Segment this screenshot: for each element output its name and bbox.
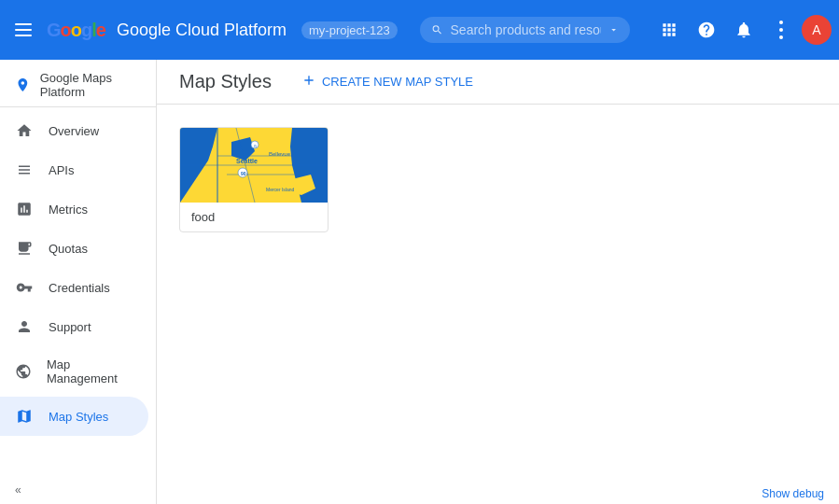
map-preview-svg: Seattle Bellevue Mercer Island 90 I5 [180,128,329,203]
sidebar-item-overview[interactable]: Overview [0,111,148,150]
svg-text:90: 90 [241,171,246,176]
plus-icon [301,73,316,91]
credentials-icon [15,279,34,296]
debug-bar[interactable]: Show debug [747,483,839,504]
map-styles-icon [15,408,34,425]
maps-logo-icon [15,76,31,94]
search-dropdown-icon[interactable] [608,23,619,36]
page-header: Map Styles CREATE NEW MAP STYLE [157,60,839,105]
sidebar-item-support-label: Support [49,320,91,334]
topbar-actions: A [652,13,832,47]
app-name: Google Cloud Platform [117,21,287,40]
svg-text:Seattle: Seattle [236,158,258,164]
create-button-label: CREATE NEW MAP STYLE [322,75,473,89]
sidebar-item-map-styles-label: Map Styles [49,410,108,424]
overview-icon [15,122,34,139]
google-wordmark: Google [47,20,105,41]
sidebar-item-map-management[interactable]: Map Management [0,346,148,397]
sidebar-item-apis-label: APIs [49,163,74,177]
help-icon[interactable] [690,13,723,47]
search-input[interactable] [451,22,601,37]
sidebar-item-overview-label: Overview [49,124,99,138]
svg-rect-2 [15,35,32,36]
apps-icon[interactable] [652,13,686,47]
svg-point-3 [779,21,783,24]
account-selector[interactable]: my-project-123 [301,21,398,39]
sidebar-product-header: Google Maps Platform [0,60,156,107]
page-title: Map Styles [179,71,272,92]
avatar[interactable]: A [802,15,832,45]
svg-text:Bellevue: Bellevue [269,151,291,157]
topbar: Google Google Cloud Platform my-project-… [0,0,839,60]
more-icon[interactable] [764,13,798,47]
apis-icon [15,161,34,178]
sidebar: Google Maps Platform Overview APIs Metri… [0,60,157,504]
sidebar-item-quotas[interactable]: Quotas [0,229,148,268]
svg-point-5 [779,35,783,39]
sidebar-item-credentials-label: Credentials [49,281,110,295]
notifications-icon[interactable] [727,13,761,47]
sidebar-item-credentials[interactable]: Credentials [0,268,148,307]
map-card-food-label: food [180,203,328,231]
sidebar-item-metrics[interactable]: Metrics [0,189,148,229]
collapse-icon: « [15,483,21,497]
map-card-food[interactable]: Seattle Bellevue Mercer Island 90 I5 foo… [179,127,329,232]
svg-text:Mercer Island: Mercer Island [266,187,295,192]
sidebar-item-map-styles[interactable]: Map Styles [0,397,148,436]
sidebar-item-support[interactable]: Support [0,307,148,346]
metrics-icon [15,201,34,217]
sidebar-item-metrics-label: Metrics [49,203,88,217]
create-new-map-style-button[interactable]: CREATE NEW MAP STYLE [294,67,481,97]
support-icon [15,318,34,335]
layout: Google Maps Platform Overview APIs Metri… [0,60,839,504]
search-icon [431,22,443,37]
sidebar-product-name: Google Maps Platform [40,71,141,99]
search-bar[interactable] [420,17,630,43]
svg-rect-0 [15,23,32,25]
menu-icon[interactable] [7,16,39,44]
svg-point-4 [779,28,783,32]
svg-rect-1 [15,29,32,31]
cards-area: Seattle Bellevue Mercer Island 90 I5 foo… [157,105,839,255]
map-management-icon [15,363,32,380]
map-thumbnail: Seattle Bellevue Mercer Island 90 I5 [180,128,329,203]
quotas-icon [15,240,34,257]
main-content: Map Styles CREATE NEW MAP STYLE [157,60,839,504]
sidebar-item-apis[interactable]: APIs [0,150,148,189]
sidebar-item-quotas-label: Quotas [49,242,88,256]
topbar-logo: Google Google Cloud Platform [47,20,287,41]
sidebar-collapse[interactable]: « [0,476,156,504]
sidebar-item-map-management-label: Map Management [47,357,133,385]
